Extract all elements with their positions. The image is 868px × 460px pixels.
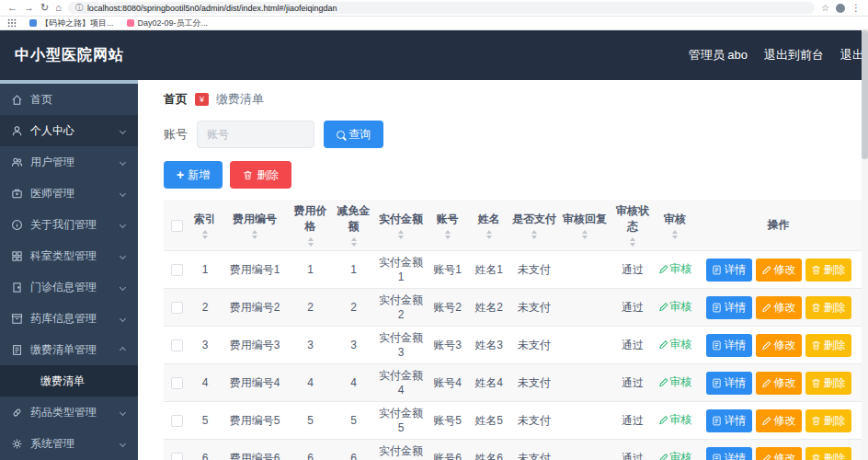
sidebar-item-box[interactable]: 药库信息管理 (0, 303, 138, 334)
row-checkbox[interactable] (171, 302, 183, 314)
cell-review-status: 通过 (611, 289, 655, 327)
exit-to-front-link[interactable]: 退出到前台 (764, 47, 824, 63)
row-checkbox[interactable] (171, 415, 183, 427)
bulk-delete-button[interactable]: 删除 (230, 161, 291, 189)
detail-button[interactable]: 详情 (706, 447, 752, 460)
bookmark-label: Day02-09-员工分... (138, 17, 209, 29)
sidebar-item-users[interactable]: 用户管理 (0, 146, 138, 178)
forward-icon[interactable]: → (24, 3, 34, 13)
row-delete-button[interactable]: 删除 (805, 334, 851, 357)
sort-icon[interactable] (202, 230, 208, 239)
sidebar-item-list[interactable]: 缴费清单管理 (0, 334, 138, 365)
detail-button[interactable]: 详情 (706, 409, 752, 432)
sort-icon[interactable] (486, 230, 492, 239)
edit-button[interactable]: 修改 (756, 334, 802, 357)
sidebar-item-label: 用户管理 (30, 155, 113, 170)
sidebar-item-door[interactable]: 门诊信息管理 (0, 271, 138, 303)
review-link[interactable]: 审核 (658, 299, 692, 314)
query-button[interactable]: 查询 (324, 121, 383, 148)
edit-button[interactable]: 修改 (756, 372, 802, 395)
sort-icon[interactable] (252, 230, 257, 239)
sort-icon[interactable] (351, 237, 357, 247)
gear-icon (11, 438, 23, 450)
row-checkbox[interactable] (171, 339, 183, 351)
sidebar-item-label: 医师管理 (30, 186, 113, 201)
back-icon[interactable]: ← (7, 3, 17, 13)
row-checkbox[interactable] (171, 453, 183, 460)
sidebar-item-gear[interactable]: 系统管理 (0, 428, 138, 459)
edit-button[interactable]: 修改 (756, 296, 802, 319)
row-delete-button[interactable]: 删除 (805, 447, 851, 460)
scrollbar-thumb[interactable] (862, 30, 868, 159)
apps-grid-icon[interactable] (7, 18, 17, 28)
url-text: localhost:8080/springbootil5n0/admin/dis… (87, 4, 337, 13)
cell-account: 账号3 (427, 327, 468, 364)
cell-name: 姓名5 (468, 402, 509, 440)
sidebar-item-person[interactable]: 个人中心 (0, 115, 138, 146)
cell-name: 姓名2 (468, 289, 509, 327)
breadcrumb-payment-icon: ¥ (195, 93, 209, 106)
row-delete-button[interactable]: 删除 (805, 296, 851, 319)
cell-name: 姓名6 (468, 440, 509, 460)
sort-icon[interactable] (398, 230, 404, 239)
table-row: 3费用编号333实付金额3账号3姓名3未支付通过审核详情修改删除 (164, 327, 862, 364)
pencil-icon (761, 416, 771, 426)
bookmark-item[interactable]: 【码神之路】项目... (29, 17, 114, 29)
sort-icon[interactable] (582, 230, 588, 239)
cell-review-reply (559, 402, 611, 440)
add-button[interactable]: + 新增 (164, 161, 223, 189)
reload-icon[interactable]: ↻ (40, 3, 49, 13)
row-delete-button[interactable]: 删除 (805, 372, 851, 395)
sort-icon[interactable] (308, 237, 314, 247)
detail-button[interactable]: 详情 (706, 259, 752, 282)
detail-button[interactable]: 详情 (706, 334, 752, 357)
trash-icon (811, 378, 821, 388)
detail-button[interactable]: 详情 (706, 372, 752, 395)
sidebar-item-label: 药品类型管理 (30, 405, 113, 420)
menu-dots-icon[interactable]: ⋮ (851, 4, 861, 13)
row-delete-button[interactable]: 删除 (805, 259, 851, 282)
sort-icon[interactable] (630, 237, 635, 247)
review-link[interactable]: 审核 (658, 374, 692, 389)
bookmark-star-icon[interactable]: ☆ (821, 4, 829, 13)
column-header-name: 姓名 (478, 212, 500, 227)
delete-button-label: 删除 (257, 167, 279, 183)
chevron-down-icon (120, 221, 126, 227)
address-bar[interactable]: ⓘ localhost:8080/springbootil5n0/admin/d… (68, 2, 815, 14)
cell-pay-status: 未支付 (509, 327, 559, 364)
sidebar-item-doctor[interactable]: 医师管理 (0, 178, 138, 209)
row-checkbox[interactable] (171, 377, 183, 389)
breadcrumb-home[interactable]: 首页 (164, 91, 188, 108)
page-info-icon[interactable]: ⓘ (75, 3, 83, 13)
bookmark-item[interactable]: Day02-09-员工分... (127, 17, 209, 29)
profile-icon[interactable] (836, 4, 845, 13)
sidebar-subitem[interactable]: 缴费清单 (0, 365, 138, 397)
row-delete-button[interactable]: 删除 (805, 409, 851, 432)
trash-icon (811, 265, 821, 275)
chevron-down-icon (120, 158, 126, 165)
page-scrollbar[interactable] (862, 30, 868, 460)
account-label: 账号 (164, 126, 188, 143)
admin-label: 管理员 abo (689, 47, 748, 63)
detail-button[interactable]: 详情 (706, 296, 752, 319)
review-link[interactable]: 审核 (658, 261, 692, 276)
select-all-checkbox[interactable] (171, 220, 183, 232)
account-input[interactable] (197, 121, 314, 148)
review-link[interactable]: 审核 (658, 412, 692, 427)
row-checkbox[interactable] (171, 264, 183, 276)
column-header-account: 账号 (437, 212, 459, 227)
sort-icon[interactable] (531, 230, 537, 239)
edit-button[interactable]: 修改 (756, 409, 802, 432)
sort-icon[interactable] (672, 230, 678, 239)
browser-home-icon[interactable]: ⌂ (55, 3, 62, 13)
review-link[interactable]: 审核 (658, 337, 692, 351)
sidebar-item-home[interactable]: 首页 (0, 84, 138, 115)
sidebar-item-grid[interactable]: 科室类型管理 (0, 240, 138, 271)
sidebar-item-pill[interactable]: 药品类型管理 (0, 397, 138, 428)
edit-button[interactable]: 修改 (756, 259, 802, 282)
sort-icon[interactable] (445, 230, 451, 239)
sidebar-item-info[interactable]: 关于我们管理 (0, 209, 138, 240)
cell-review-status: 通过 (611, 251, 655, 289)
review-link[interactable]: 审核 (658, 450, 692, 460)
edit-button[interactable]: 修改 (756, 447, 802, 460)
